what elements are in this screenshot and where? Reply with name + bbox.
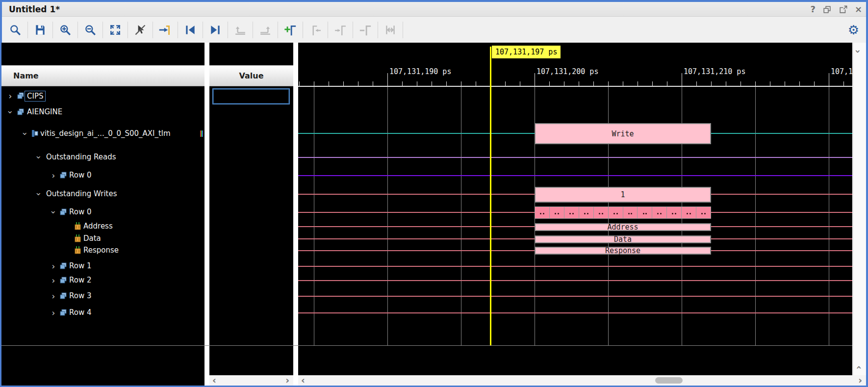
tree-item-label: Row 1 [69,261,92,272]
toolbar-separator [52,22,53,38]
time-cursor-line[interactable] [490,47,491,345]
minor-tick [726,81,726,86]
minor-tick [799,81,800,86]
tree-item-vitis-design-ai-0-0-s00-axi-tlm[interactable]: ›vitis_design_ai_..._0_0_S00_AXI_tlm [1,129,204,139]
open-external-icon[interactable] [839,5,848,14]
search-button[interactable] [6,21,25,39]
chevron-expanded-icon[interactable]: › [49,209,58,216]
minor-tick [740,81,741,86]
chevron-collapsed-icon[interactable]: › [50,276,57,285]
wave-scroll-left-icon[interactable]: ‹ [301,375,305,385]
window-title: Untitled 1* [9,4,60,14]
chevron-expanded-icon[interactable]: › [21,130,29,137]
value-column-header[interactable]: Value [209,65,293,86]
chevron-collapsed-icon[interactable]: › [50,171,57,180]
signal-line-data [711,238,852,239]
chevron-collapsed-icon[interactable]: › [50,309,57,317]
chevron-collapsed-icon[interactable]: › [50,292,57,301]
tree-item-label: CIPS [25,91,46,102]
signal-line-row_2 [298,280,852,281]
toolbar [2,17,866,43]
value-scroll-left-icon[interactable]: ‹ [212,375,216,385]
tree-item-label: Row 2 [69,275,92,286]
wave-bar-response: Response [535,247,711,255]
minor-tick [755,81,756,86]
wave-horizontal-scrollbar[interactable]: ‹ › [298,375,866,386]
zoom-fit-button[interactable] [106,21,125,39]
minor-tick [711,81,712,86]
chevron-expanded-icon[interactable]: › [34,191,43,198]
toolbar-separator [153,22,153,38]
minor-tick [843,81,844,86]
minor-tick [696,81,697,86]
scroll-down-icon[interactable]: › [853,365,863,369]
major-tick [535,73,535,86]
settings-gear-icon[interactable]: ⚙ [848,22,859,38]
swap-markers-button[interactable] [381,21,400,39]
tree-item-label: Outstanding Reads [46,152,116,163]
tree-item-label: AIENGINE [27,107,62,118]
next-marker-button[interactable] [206,21,225,39]
remove-marker-button[interactable] [356,21,375,39]
tree-item-label: Data [83,233,101,244]
chevron-expanded-icon[interactable]: › [6,109,15,116]
prev-marker-button[interactable] [181,21,200,39]
tree-value-divider[interactable] [204,43,209,386]
axis-tick-label: 107,131,200 ps [536,67,598,76]
tree-item-data[interactable]: Data [1,233,204,244]
pointer-off-button[interactable] [131,21,150,39]
add-marker-button[interactable] [281,21,300,39]
minor-tick [299,81,300,86]
bus-icon [74,246,82,255]
prev-edge-button[interactable] [306,21,325,39]
waveform-canvas[interactable]: 107,131,190 ps107,131,200 ps107,131,210 … [298,43,852,375]
tree-item-aiengine[interactable]: ›AIENGINE [1,107,204,118]
goto-marker-button[interactable] [156,21,175,39]
tree-item-response[interactable]: Response [1,245,204,256]
float-window-icon[interactable] [822,5,832,14]
tree-item-address[interactable]: Address [1,221,204,232]
next-transition-button[interactable] [256,21,275,39]
value-horizontal-scrollbar[interactable]: ‹ › [209,375,293,386]
toolbar-separator [278,22,278,38]
prev-transition-button[interactable] [231,21,250,39]
wave-bar-data: Data [535,235,711,243]
bus-segment [667,206,682,219]
signal-line-s00_axi_tlm [298,133,535,134]
zoom-out-button[interactable] [81,21,100,39]
next-edge-button[interactable] [331,21,350,39]
chevron-expanded-icon[interactable]: › [34,154,43,161]
zoom-in-button[interactable] [56,21,75,39]
minor-tick [358,81,358,86]
bus-segment [638,206,652,219]
tree-item-outstanding-reads[interactable]: ›Outstanding Reads [1,152,204,163]
tree-bottom-spacer [1,375,204,386]
chevron-collapsed-icon[interactable]: › [7,92,14,101]
tree-item-row-4[interactable]: ›Row 4 [1,308,204,318]
wave-bar-1: 1 [535,187,711,203]
wave-scrollbar-thumb[interactable] [655,377,683,384]
wave-scroll-right-icon[interactable]: › [858,375,862,385]
tree-item-row-2[interactable]: ›Row 2 [1,275,204,286]
tree-item-label: vitis_design_ai_..._0_0_S00_AXI_tlm [40,129,171,139]
value-wave-divider[interactable] [293,43,298,386]
tree-item-row-1[interactable]: ›Row 1 [1,261,204,272]
tree-item-row-3[interactable]: ›Row 3 [1,291,204,302]
selected-value-cell[interactable] [212,88,290,104]
vertical-scrollbar[interactable]: › › [853,43,866,375]
minor-tick [432,81,432,86]
close-icon[interactable]: × [855,4,862,15]
tree-item-row-0[interactable]: ›Row 0 [1,207,204,218]
value-scroll-right-icon[interactable]: › [285,375,289,385]
tree-item-row-0[interactable]: ›Row 0 [1,170,204,181]
save-button[interactable] [31,21,50,39]
signal-line-data [298,238,535,239]
minor-tick [667,81,667,86]
tree-item-cips[interactable]: ›CIPS [1,91,204,102]
tree-item-outstanding-writes[interactable]: ›Outstanding Writes [1,189,204,200]
help-icon[interactable]: ? [810,4,815,15]
tree-item-label: Response [83,245,119,256]
scroll-up-icon[interactable]: › [853,50,863,53]
chevron-collapsed-icon[interactable]: › [50,262,57,271]
minor-tick [329,81,329,86]
